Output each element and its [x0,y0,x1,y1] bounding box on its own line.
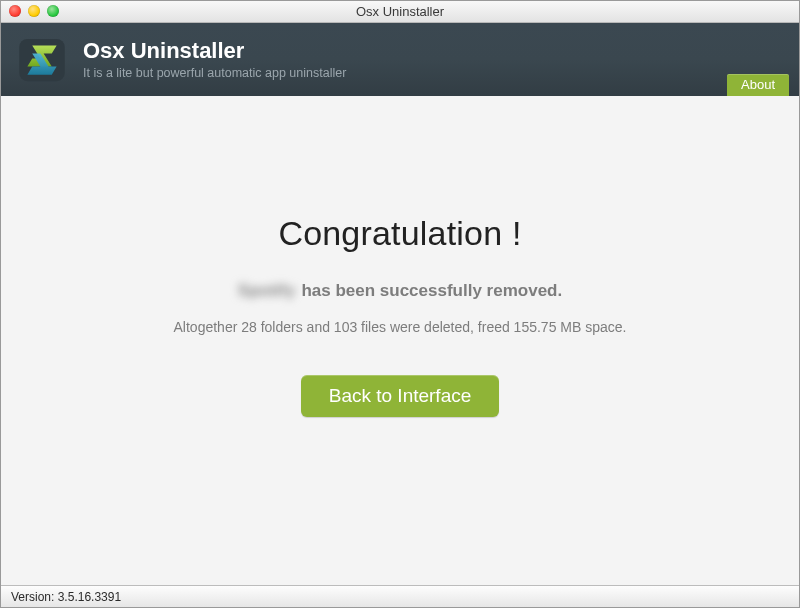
back-to-interface-button[interactable]: Back to Interface [301,375,500,417]
removed-message-suffix: has been successfully removed. [301,281,562,301]
congratulation-heading: Congratulation ! [278,214,521,253]
status-bar: Version: 3.5.16.3391 [1,585,799,607]
header-text-block: Osx Uninstaller It is a lite but powerfu… [83,39,346,79]
removed-message: Spotify has been successfully removed. [238,281,562,301]
window-title: Osx Uninstaller [356,4,444,19]
app-title: Osx Uninstaller [83,39,346,63]
removed-app-name: Spotify [238,281,296,301]
app-subtitle: It is a lite but powerful automatic app … [83,66,346,80]
app-header: Osx Uninstaller It is a lite but powerfu… [1,23,799,96]
app-window: Osx Uninstaller Osx Uninstaller It [0,0,800,608]
minimize-window-button[interactable] [28,5,40,17]
traffic-lights [9,5,59,17]
app-logo-icon [15,34,69,86]
main-content: Congratulation ! Spotify has been succes… [1,96,799,585]
version-label: Version: 3.5.16.3391 [11,590,121,604]
titlebar: Osx Uninstaller [1,1,799,23]
close-window-button[interactable] [9,5,21,17]
about-button[interactable]: About [727,74,789,96]
deletion-detail: Altogether 28 folders and 103 files were… [174,319,627,335]
zoom-window-button[interactable] [47,5,59,17]
